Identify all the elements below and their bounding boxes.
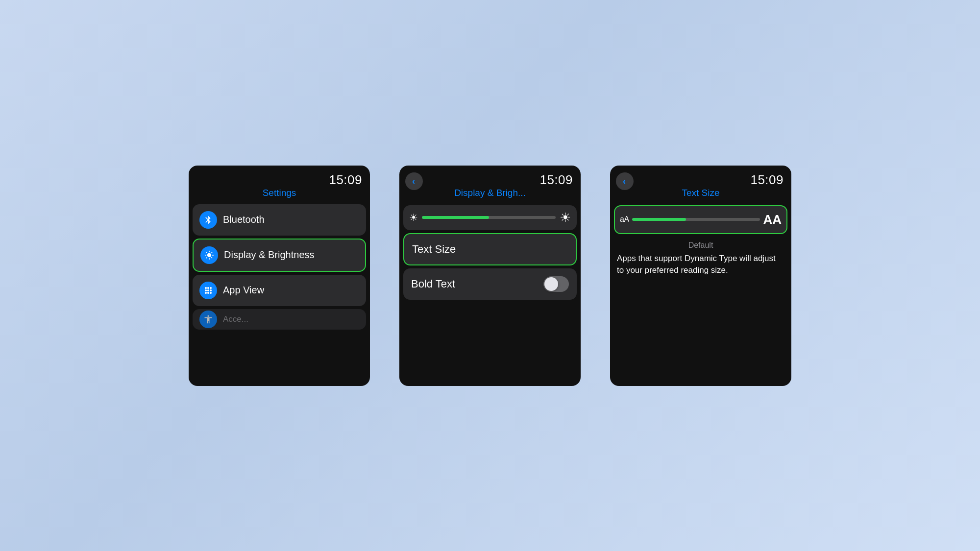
brightness-section: ☀ ☀: [403, 205, 577, 230]
brightness-slider-fill: [422, 216, 489, 219]
sun-large-icon: ☀: [560, 210, 571, 225]
settings-header: 15:09 Settings: [189, 166, 370, 202]
appview-label: App View: [223, 284, 264, 296]
settings-title: Settings: [196, 188, 362, 198]
accessibility-icon-container: [199, 311, 217, 328]
watch-screen-settings: 15:09 Settings Bluetooth Display & Brigh…: [189, 166, 370, 386]
partial-label: Acce...: [223, 314, 248, 324]
text-size-large-label: AA: [763, 212, 782, 227]
text-size-info: Default Apps that support Dynamic Type w…: [610, 237, 791, 281]
display-time: 15:09: [407, 172, 573, 188]
display-items-list: Text Size Bold Text: [399, 233, 581, 386]
bold-text-toggle[interactable]: [543, 276, 569, 292]
display-title: Display & Brigh...: [407, 188, 573, 198]
bluetooth-icon-container: [199, 211, 217, 229]
toggle-knob: [544, 277, 558, 291]
svg-point-4: [207, 289, 209, 291]
svg-point-5: [210, 289, 212, 291]
svg-point-0: [205, 287, 207, 288]
text-size-item[interactable]: Text Size: [403, 233, 577, 265]
display-label: Display & Brightness: [224, 249, 315, 261]
svg-point-7: [207, 291, 209, 293]
back-chevron-icon-2: ‹: [623, 177, 626, 186]
bluetooth-icon: [203, 215, 213, 225]
display-icon-container: [200, 246, 218, 264]
bold-text-label: Bold Text: [411, 278, 455, 290]
display-icon: [204, 250, 214, 260]
svg-point-6: [205, 291, 207, 293]
text-size-slider-track[interactable]: [632, 218, 760, 221]
svg-point-1: [207, 287, 209, 288]
display-header: ‹ 15:09 Display & Brigh...: [399, 166, 581, 202]
bluetooth-label: Bluetooth: [223, 214, 265, 226]
text-size-description: Apps that support Dynamic Type will adju…: [617, 253, 784, 277]
settings-item-appview[interactable]: App View: [193, 275, 366, 306]
settings-item-bluetooth[interactable]: Bluetooth: [193, 204, 366, 236]
settings-list: Bluetooth Display & Brightness: [189, 202, 370, 386]
settings-time: 15:09: [196, 172, 362, 188]
textsize-header: ‹ 15:09 Text Size: [610, 166, 791, 202]
settings-item-display[interactable]: Display & Brightness: [193, 239, 366, 272]
svg-point-3: [205, 289, 207, 291]
text-size-label: Text Size: [412, 243, 456, 255]
appview-icon: [203, 286, 213, 295]
appview-icon-container: [199, 282, 217, 299]
svg-point-8: [210, 291, 212, 293]
text-size-default-label: Default: [617, 241, 784, 250]
textsize-time: 15:09: [618, 172, 784, 188]
brightness-slider-track[interactable]: [422, 216, 556, 219]
text-size-small-label: aA: [620, 215, 629, 224]
settings-item-partial: Acce...: [193, 309, 366, 330]
text-size-slider-fill: [632, 218, 686, 221]
svg-point-2: [210, 287, 212, 288]
watch-screen-textsize: ‹ 15:09 Text Size aA AA Default Apps tha…: [610, 166, 791, 386]
watch-screen-display: ‹ 15:09 Display & Brigh... ☀ ☀ Text Size…: [399, 166, 581, 386]
back-button-display[interactable]: ‹: [405, 172, 423, 190]
textsize-title: Text Size: [618, 188, 784, 198]
bold-text-row: Bold Text: [403, 268, 577, 300]
accessibility-icon: [203, 314, 213, 324]
sun-small-icon: ☀: [409, 212, 418, 223]
text-size-slider-section[interactable]: aA AA: [614, 205, 787, 234]
back-chevron-icon: ‹: [412, 177, 415, 186]
back-button-textsize[interactable]: ‹: [616, 172, 634, 190]
